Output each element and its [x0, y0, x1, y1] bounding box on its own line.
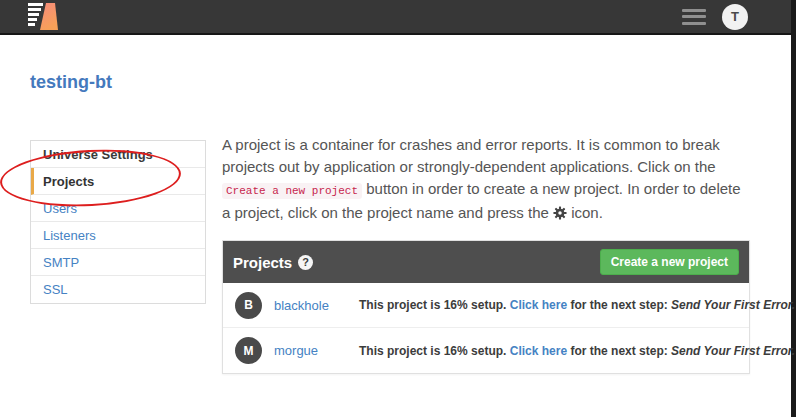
top-navbar: T: [0, 0, 796, 35]
project-row-morgue: M morgue This project is 16% setup. Clic…: [223, 328, 749, 373]
click-here-link[interactable]: Click here: [510, 298, 567, 312]
help-icon[interactable]: ?: [298, 255, 313, 270]
sidebar-item-listeners[interactable]: Listeners: [31, 222, 205, 249]
projects-panel-header: Projects ? Create a new project: [223, 241, 749, 283]
universe-settings-sidebar: Universe Settings Projects Users Listene…: [30, 140, 206, 304]
sidebar-header: Universe Settings: [31, 141, 205, 168]
intro-paragraph: A project is a container for crashes and…: [222, 134, 752, 224]
status-text-1: This project is 16% setup.: [359, 344, 510, 358]
project-name-link[interactable]: blackhole: [274, 298, 359, 313]
intro-text-1: A project is a container for crashes and…: [222, 136, 720, 175]
project-name-link[interactable]: morgue: [274, 343, 359, 358]
user-avatar[interactable]: T: [722, 4, 748, 30]
status-text-2: for the next step:: [567, 298, 671, 312]
projects-panel: Projects ? Create a new project B blackh…: [222, 240, 750, 374]
status-text-2: for the next step:: [567, 344, 671, 358]
sidebar-item-smtp[interactable]: SMTP: [31, 249, 205, 276]
gear-icon: [553, 206, 567, 220]
sidebar-item-users[interactable]: Users: [31, 195, 205, 222]
navbar-right-group: T: [682, 4, 748, 30]
project-status: This project is 16% setup. Click here fo…: [359, 344, 795, 358]
status-next-step: Send Your First Error.: [671, 344, 795, 358]
project-avatar: B: [235, 292, 262, 319]
create-project-button[interactable]: Create a new project: [600, 249, 739, 275]
intro-text-3: icon.: [567, 204, 603, 221]
sidebar-item-ssl[interactable]: SSL: [31, 276, 205, 303]
hamburger-menu-icon[interactable]: [682, 9, 706, 25]
sidebar-item-projects[interactable]: Projects: [31, 168, 205, 195]
project-avatar: M: [235, 337, 262, 364]
page-title: testing-bt: [30, 72, 112, 93]
project-status: This project is 16% setup. Click here fo…: [359, 298, 795, 312]
click-here-link[interactable]: Click here: [510, 344, 567, 358]
status-next-step: Send Your First Error.: [671, 298, 795, 312]
projects-panel-title: Projects: [233, 254, 292, 271]
inline-code-create-project: Create a new project: [222, 183, 362, 199]
backtrace-logo-icon[interactable]: [28, 3, 60, 30]
project-row-blackhole: B blackhole This project is 16% setup. C…: [223, 283, 749, 328]
status-text-1: This project is 16% setup.: [359, 298, 510, 312]
